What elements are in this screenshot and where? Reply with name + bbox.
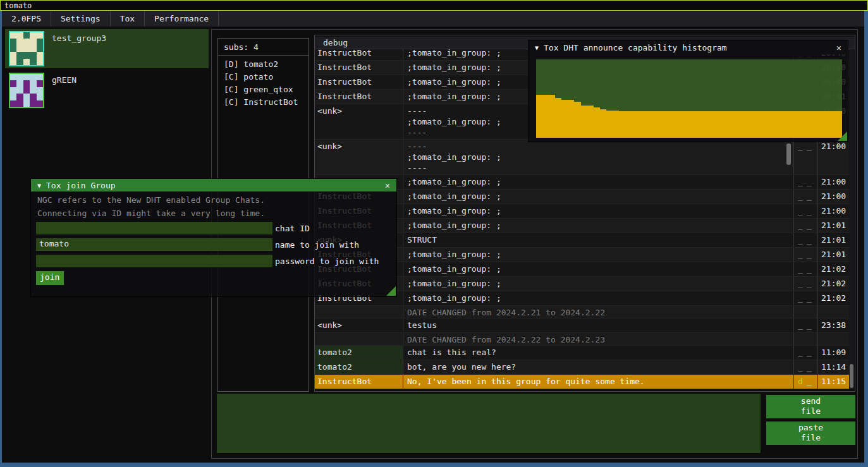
join-input-password-to-join-with[interactable] [36, 255, 272, 267]
flag-unread: _ [798, 250, 807, 259]
message-line: STRUCT [407, 235, 791, 246]
join-field-row: password to join with [36, 255, 379, 267]
join-field-row: chat ID [36, 222, 310, 234]
menu-item-performance[interactable]: Performance [145, 11, 218, 27]
subs-count-label: subs: 4 [218, 39, 309, 52]
message-cell-scrollbar-thumb[interactable] [786, 143, 791, 165]
chat-message-row: tomato2bot, are you new here?__11:14 [315, 360, 850, 375]
histogram-bar [753, 111, 759, 138]
message-flags: d_ [793, 375, 817, 389]
avatar-pixel [30, 32, 36, 39]
avatar-pixel [30, 87, 36, 94]
chat-scrollbar-thumb[interactable] [850, 364, 853, 388]
menu-item-2.0fps: 2.0FPS [2, 11, 51, 27]
join-input-name-to-join-with[interactable]: tomato [36, 238, 272, 251]
chat-message-row: <unk>----;tomato_in_group: ;----__21:00 [315, 140, 850, 175]
paste-file-button[interactable]: pastefile [766, 422, 855, 445]
join-field-label: chat ID [275, 224, 310, 233]
join-button[interactable]: join [36, 271, 64, 285]
flag-unread: _ [798, 191, 807, 201]
message-time: 11:09 [817, 346, 850, 360]
message-time: 11:14 [817, 360, 850, 374]
histogram-bar [683, 111, 689, 138]
histogram-bar [708, 111, 714, 138]
message-time: 21:00 [817, 204, 850, 218]
avatar-pixel [37, 80, 43, 87]
avatar-pixel [30, 52, 36, 58]
histogram-bar [600, 109, 606, 138]
date-separator-row: DATE CHANGED from 2024.2.21 to 2024.2.22 [315, 306, 850, 318]
avatar-pixel [10, 87, 16, 94]
histogram-bar [721, 111, 727, 138]
histogram-bar [594, 107, 600, 138]
histogram-bar [740, 111, 747, 138]
avatar-pixel [10, 45, 16, 52]
dht-histogram-window: ▼ Tox DHT announce capability histogram … [528, 40, 848, 142]
flag-unread: _ [798, 206, 807, 215]
message-flags: __ [793, 318, 817, 332]
message-time: 21:00 [817, 175, 850, 189]
dht-histogram-titlebar[interactable]: ▼ Tox DHT announce capability histogram … [529, 40, 848, 54]
histogram-bar [657, 111, 663, 138]
avatar-pixel [16, 87, 23, 94]
histogram-bar [638, 111, 644, 138]
message-author [315, 306, 403, 318]
group-row-test_group3[interactable]: test_group3 [5, 29, 209, 68]
histogram-bar [676, 111, 683, 138]
sub-member-tomato2[interactable]: [D] tomato2 [218, 58, 309, 71]
flag-unread: _ [798, 362, 807, 372]
flag-unread: _ [807, 250, 816, 259]
collapse-arrow-icon[interactable]: ▼ [37, 182, 41, 189]
message-text: ;tomato_in_group: ; [403, 291, 793, 305]
avatar-pixel [16, 45, 23, 52]
avatar-pixel [16, 52, 23, 58]
histogram-bar [702, 111, 708, 138]
message-flags: __ [793, 248, 817, 262]
close-icon[interactable]: ✕ [382, 181, 393, 190]
message-author: tomato2 [315, 346, 403, 360]
join-group-titlebar[interactable]: ▼ Tox join Group ✕ [31, 179, 396, 191]
message-text: ;tomato_in_group: ; [403, 175, 793, 189]
message-input[interactable] [217, 394, 761, 453]
window-frame-bottom [0, 463, 868, 467]
message-text: ;tomato_in_group: ; [403, 219, 793, 233]
histogram-bar [536, 95, 542, 138]
sub-member-potato[interactable]: [C] potato [218, 71, 309, 83]
avatar-pixel [16, 32, 23, 39]
os-window-titlebar[interactable]: tomato [0, 0, 868, 11]
menu-item-tox[interactable]: Tox [111, 11, 144, 27]
histogram-bar [625, 111, 632, 138]
chat-scrollbar[interactable] [849, 49, 854, 389]
message-flags: __ [793, 360, 817, 374]
group-avatar [9, 73, 44, 108]
sub-member-green_qtox[interactable]: [C] green_qtox [218, 83, 309, 96]
message-line: ---- [407, 142, 791, 152]
message-time: 21:02 [817, 291, 850, 305]
histogram-bar [727, 111, 733, 138]
resize-handle-icon[interactable] [838, 131, 847, 141]
histogram-bar [733, 111, 740, 138]
menu-item-settings[interactable]: Settings [51, 11, 110, 27]
send-file-button[interactable]: sendfile [766, 395, 855, 418]
message-flags [793, 333, 817, 345]
join-input-chat-ID[interactable] [36, 222, 272, 234]
message-time: 23:38 [817, 318, 850, 332]
subs-list: [D] tomato2[C] potato[C] green_qtox[C] I… [218, 58, 309, 109]
sub-member-InstructBot[interactable]: [C] InstructBot [218, 96, 309, 109]
histogram-bar [791, 111, 797, 138]
histogram-bar [632, 111, 638, 138]
resize-handle-icon[interactable] [386, 286, 396, 296]
flag-unread: _ [807, 177, 816, 186]
flag-unread: _ [798, 142, 807, 151]
message-author: InstructBot [315, 90, 403, 104]
message-line: ;tomato_in_group: ; [407, 191, 791, 202]
join-group-dialog: ▼ Tox join Group ✕ NGC refers to the New… [30, 178, 397, 297]
message-line: ;tomato_in_group: ; [407, 293, 791, 304]
histogram-bar [759, 111, 766, 138]
avatar-pixel [37, 32, 43, 39]
collapse-arrow-icon[interactable]: ▼ [535, 44, 539, 51]
message-flags: __ [793, 346, 817, 360]
close-icon[interactable]: ✕ [834, 43, 844, 52]
group-row-gREEN[interactable]: gREEN [5, 71, 209, 110]
histogram-bar [606, 111, 613, 138]
